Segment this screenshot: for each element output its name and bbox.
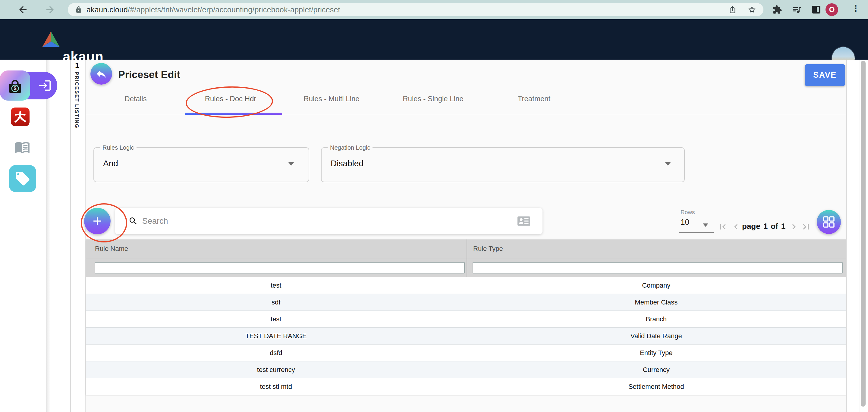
save-button[interactable]: SAVE <box>805 64 845 86</box>
page-title: Priceset Edit <box>118 69 180 80</box>
media-controls-icon[interactable] <box>792 4 802 15</box>
grid-view-button[interactable] <box>817 210 841 234</box>
rule-type-filter-input[interactable] <box>472 262 843 273</box>
table-filter-row <box>86 258 846 277</box>
tab-rules-single-line[interactable]: Rules - Single Line <box>403 95 463 103</box>
rows-select-underline <box>679 232 714 233</box>
accounting-applet-tile[interactable]: $ <box>0 70 30 101</box>
negation-logic-select[interactable]: Negation Logic Disabled <box>321 147 685 182</box>
total-pages: 1 <box>781 222 785 231</box>
panel-vertical-label[interactable]: PRICESET LISTING <box>73 72 80 129</box>
table-row[interactable]: TEST DATE RANGE Valid Date Range <box>86 328 846 344</box>
table-header-row: Rule Name Rule Type <box>86 239 846 258</box>
tab-rules-multi-line[interactable]: Rules - Multi Line <box>304 95 359 103</box>
scrollbar-gutter-line <box>860 60 860 412</box>
money-bag-icon: $ <box>7 77 24 94</box>
negation-logic-label: Negation Logic <box>328 144 373 151</box>
da-applet-tile[interactable] <box>11 107 30 126</box>
https-lock-icon <box>75 6 82 13</box>
next-page-icon[interactable] <box>788 221 799 232</box>
address-bar[interactable]: akaun.cloud/#/applets/tnt/wavelet/erp/ac… <box>68 3 764 16</box>
table-row[interactable]: test Branch <box>86 310 846 328</box>
extensions-puzzle-icon[interactable] <box>772 5 782 14</box>
cell-rule-name: dsfd <box>86 345 466 361</box>
cell-rule-name: TEST DATE RANGE <box>86 328 466 344</box>
page-indicator: page 1 of 1 <box>742 222 785 231</box>
back-arrow-icon <box>95 68 107 80</box>
cell-rule-name: test currency <box>86 362 466 378</box>
tab-rules-doc-hdr[interactable]: Rules - Doc Hdr <box>205 95 256 103</box>
cell-rule-type: Entity Type <box>466 345 846 361</box>
cell-rule-type: Member Class <box>466 294 846 310</box>
cell-rule-type: Settlement Method <box>466 378 846 395</box>
akaun-logo-icon <box>41 31 60 48</box>
table-row[interactable]: sdf Member Class <box>86 294 846 310</box>
browser-menu-dots-icon[interactable]: ⋮ <box>851 4 860 13</box>
profile-initial: O <box>829 5 835 14</box>
table-row[interactable]: test stl mtd Settlement Method <box>86 378 846 395</box>
cell-rule-type: Branch <box>466 311 846 328</box>
of-word: of <box>771 222 778 231</box>
search-bar <box>115 208 542 234</box>
rows-label: Rows <box>681 209 695 216</box>
cell-rule-type: Company <box>466 277 846 294</box>
docs-book-icon[interactable] <box>14 139 31 155</box>
tab-details[interactable]: Details <box>124 95 147 103</box>
bookmark-star-icon[interactable] <box>748 5 756 14</box>
column-header-rule-name[interactable]: Rule Name <box>95 245 128 253</box>
search-input[interactable] <box>142 216 517 226</box>
table-row[interactable]: test Company <box>86 277 846 294</box>
column-header-rule-type[interactable]: Rule Type <box>473 245 503 253</box>
chevron-down-icon <box>288 162 294 166</box>
contact-card-icon[interactable] <box>517 216 530 226</box>
browser-profile-avatar[interactable]: O <box>826 3 838 16</box>
rules-logic-label: Rules Logic <box>100 144 136 151</box>
cell-rule-type: Currency <box>466 362 846 378</box>
cell-rule-name: test stl mtd <box>86 378 466 395</box>
cell-rule-name: test <box>86 311 466 328</box>
panel-divider <box>70 60 71 412</box>
table-row[interactable]: test currency Currency <box>86 361 846 378</box>
drawer-shadow <box>46 60 50 412</box>
cell-rule-name: sdf <box>86 294 466 310</box>
tab-treatment[interactable]: Treatment <box>518 95 550 103</box>
negation-logic-value: Disabled <box>331 159 364 168</box>
tag-applet-tile[interactable] <box>9 165 36 192</box>
share-icon[interactable] <box>728 6 737 14</box>
browser-toolbar: akaun.cloud/#/applets/tnt/wavelet/erp/ac… <box>0 0 868 19</box>
browser-forward-icon[interactable] <box>44 4 56 15</box>
plus-icon <box>91 214 104 228</box>
chevron-down-icon[interactable] <box>703 224 708 227</box>
browser-back-icon[interactable] <box>18 4 28 15</box>
rows-per-page-select[interactable]: 10 <box>681 217 689 227</box>
last-page-icon[interactable] <box>801 221 811 232</box>
first-page-icon[interactable] <box>717 221 728 232</box>
rule-name-filter-input[interactable] <box>95 262 465 273</box>
current-page: 1 <box>764 222 768 231</box>
login-icon <box>38 79 52 93</box>
url-path: /#/applets/tnt/wavelet/erp/accounting/pr… <box>128 5 340 14</box>
previous-page-icon[interactable] <box>731 221 741 232</box>
page-word: page <box>742 222 761 231</box>
tag-icon <box>14 170 31 187</box>
vertical-scrollbar-thumb[interactable] <box>861 61 866 407</box>
chevron-down-icon <box>665 162 671 166</box>
svg-text:$: $ <box>13 85 16 91</box>
cell-rule-type: Valid Date Range <box>466 328 846 344</box>
da-character-icon <box>13 110 27 124</box>
rules-logic-select[interactable]: Rules Logic And <box>93 147 309 182</box>
back-button[interactable] <box>90 63 112 84</box>
app-header: akaun <box>0 19 868 60</box>
tabs-underline <box>86 115 846 115</box>
column-divider <box>467 239 467 277</box>
panel-index-badge: 1 <box>73 61 81 70</box>
grid-icon <box>823 216 835 228</box>
side-panel-icon[interactable] <box>811 5 821 14</box>
rules-table: Rule Name Rule Type test Company sdf Mem… <box>86 239 846 395</box>
table-row[interactable]: dsfd Entity Type <box>86 344 846 361</box>
search-icon <box>128 216 138 226</box>
cell-rule-name: test <box>86 277 466 294</box>
url-host: akaun.cloud <box>87 5 128 14</box>
add-rule-button[interactable] <box>84 208 111 234</box>
rules-logic-value: And <box>103 159 118 168</box>
